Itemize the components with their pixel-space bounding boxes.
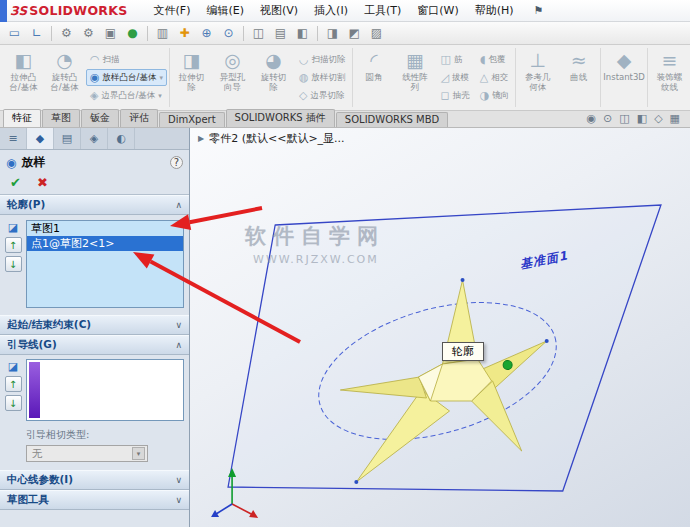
pin-icon[interactable]: ⚑ xyxy=(534,4,544,17)
zoom-in-icon[interactable]: ⊕ xyxy=(196,24,217,43)
print-icon[interactable]: ▤ xyxy=(270,24,291,43)
sweep-cut-button[interactable]: ◡ 扫描切除 xyxy=(295,51,350,68)
section-view-icon[interactable]: ◫ xyxy=(619,112,629,125)
chevron-down-icon[interactable]: ▾ xyxy=(132,447,145,460)
tab-features[interactable]: 特征 xyxy=(3,109,41,127)
help-icon[interactable]: ? xyxy=(170,156,183,169)
view-settings-icon[interactable]: ◧ xyxy=(292,24,313,43)
button-label: 包覆 xyxy=(488,54,505,66)
display-manager-tab[interactable]: ◐ xyxy=(108,128,135,149)
profile-point[interactable] xyxy=(503,361,512,370)
list-item-selected[interactable]: 点1@草图2<1> xyxy=(27,236,183,251)
menu-window[interactable]: 窗口(W) xyxy=(409,0,466,21)
button-label: 向导 xyxy=(224,82,241,92)
cosmetic-thread-button[interactable]: ≡ 装饰螺 纹线 xyxy=(649,46,690,109)
extrude-cut-button[interactable]: ◨ 拉伸切 除 xyxy=(171,46,212,109)
section-start-end-constraints[interactable]: 起始/结束约束(C) ∨ xyxy=(0,315,189,335)
zoom-icon[interactable]: ⊙ xyxy=(603,112,612,125)
section-profiles[interactable]: 轮廓(P) ∧ xyxy=(0,195,189,215)
display-style-icon[interactable]: ◨ xyxy=(322,24,343,43)
guide-move-up-button[interactable]: ↑ xyxy=(5,376,22,392)
up-arrow-icon: ↑ xyxy=(9,240,17,251)
evaluate-icon[interactable]: ▥ xyxy=(152,24,173,43)
list-item[interactable]: 草图1 xyxy=(27,221,183,236)
grid-icon[interactable]: ▦ xyxy=(670,112,680,125)
intersect-button[interactable]: △ 相交 xyxy=(476,69,514,86)
section-guide-curves[interactable]: 引导线(G) ∧ xyxy=(0,335,189,355)
gear-icon[interactable]: ⚙ xyxy=(56,24,77,43)
fillet-button[interactable]: ◜ 圆角 xyxy=(354,46,395,109)
dimxpert-tab[interactable]: ◈ xyxy=(81,128,108,149)
instant3d-button[interactable]: ◆ Instant3D xyxy=(602,46,646,109)
guide-curves-list[interactable] xyxy=(26,359,184,421)
profiles-list[interactable]: 草图1 点1@草图2<1> xyxy=(26,220,184,308)
section-centerline-parameters[interactable]: 中心线参数(I) ∨ xyxy=(0,470,189,490)
sketch-icon[interactable]: ▭ xyxy=(4,24,25,43)
curves-button[interactable]: ≈ 曲线 xyxy=(558,46,599,109)
button-label: 列 xyxy=(411,82,420,92)
breadcrumb-arrow-icon[interactable]: ▶ xyxy=(198,134,204,143)
texture-icon[interactable]: ▨ xyxy=(366,24,387,43)
breadcrumb[interactable]: ▶ 零件2 (默认<<默认>_显... xyxy=(198,131,345,146)
modify-group: ◖ 包覆 △ 相交 ◑ 镜向 xyxy=(475,46,515,109)
shell-button[interactable]: ◻ 抽壳 xyxy=(437,87,474,104)
draft-icon: ◿ xyxy=(441,71,449,84)
hole-wizard-button[interactable]: ◎ 异型孔 向导 xyxy=(212,46,253,109)
move-up-button[interactable]: ↑ xyxy=(5,237,22,253)
intersect-icon: △ xyxy=(480,71,488,84)
tab-evaluate[interactable]: 评估 xyxy=(120,109,158,127)
menu-edit[interactable]: 编辑(E) xyxy=(198,0,252,21)
tab-sw-mbd[interactable]: SOLIDWORKS MBD xyxy=(336,112,448,127)
graphics-area[interactable]: ▶ 零件2 (默认<<默认>_显... 软件自学网 WWW.RJZXW.COM … xyxy=(190,128,690,527)
guide-tangency-select[interactable]: 无 ▾ xyxy=(26,445,148,462)
publish-icon[interactable]: ● xyxy=(122,24,143,43)
revolve-boss-button[interactable]: ◔ 旋转凸 台/基体 xyxy=(44,46,85,109)
menu-view[interactable]: 视图(V) xyxy=(252,0,306,21)
section-view-icon[interactable]: ◫ xyxy=(248,24,269,43)
revolve-cut-button[interactable]: ◕ 旋转切 除 xyxy=(253,46,294,109)
boundary-cut-button[interactable]: ◇ 边界切除 xyxy=(295,87,350,104)
view-orientation-icon[interactable]: ◇ xyxy=(654,112,662,125)
draft-button[interactable]: ◿ 拔模 xyxy=(437,69,474,86)
loft-cut-button[interactable]: ◍ 放样切割 xyxy=(295,69,350,86)
menu-insert[interactable]: 插入(I) xyxy=(306,0,356,21)
rib-button[interactable]: ◫ 筋 xyxy=(437,51,474,68)
mirror-button[interactable]: ◑ 镜向 xyxy=(476,87,514,104)
loft-button[interactable]: ◉ 放样凸台/基体 ▾ xyxy=(86,69,167,86)
appearance-icon[interactable]: ◩ xyxy=(344,24,365,43)
menu-help[interactable]: 帮助(H) xyxy=(467,0,522,21)
loft-icon: ◉ xyxy=(90,71,100,84)
reference-geometry-button[interactable]: ⊥ 参考几 何体 xyxy=(517,46,558,109)
section-sketch-tools[interactable]: 草图工具 ∨ xyxy=(0,490,189,510)
tab-sheet-metal[interactable]: 钣金 xyxy=(81,109,119,127)
tab-dimxpert[interactable]: DimXpert xyxy=(159,112,225,127)
extrude-boss-button[interactable]: ◧ 拉伸凸 台/基体 xyxy=(3,46,44,109)
menu-file[interactable]: 文件(F) xyxy=(146,0,199,21)
display-style-icon[interactable]: ◧ xyxy=(637,112,647,125)
dimension-icon[interactable]: ∟ xyxy=(26,24,47,43)
wrap-button[interactable]: ◖ 包覆 xyxy=(476,51,514,68)
boundary-boss-button[interactable]: ◈ 边界凸台/基体 ▾ xyxy=(86,87,167,104)
linear-pattern-button[interactable]: ▦ 线性阵 列 xyxy=(395,46,436,109)
key-icon[interactable]: ◉ xyxy=(586,112,596,125)
gear-icon[interactable]: ⚙ xyxy=(78,24,99,43)
tab-sketch[interactable]: 草图 xyxy=(42,109,80,127)
feature-group: ◫ 筋 ◿ 拔模 ◻ 抽壳 xyxy=(436,46,475,109)
add-icon[interactable]: ✚ xyxy=(174,24,195,43)
extrude-cut-icon: ◨ xyxy=(182,48,200,72)
menu-tools[interactable]: 工具(T) xyxy=(356,0,409,21)
move-down-button[interactable]: ↓ xyxy=(5,256,22,272)
cancel-button[interactable]: ✖ xyxy=(37,175,48,190)
button-label: 异型孔 xyxy=(220,72,246,82)
model-icon[interactable]: ▣ xyxy=(100,24,121,43)
3d-scene[interactable] xyxy=(190,128,690,527)
sweep-button[interactable]: ◠ 扫描 xyxy=(86,51,167,68)
guide-move-down-button[interactable]: ↓ xyxy=(5,395,22,411)
configuration-manager-tab[interactable]: ▤ xyxy=(54,128,81,149)
property-manager-tab[interactable]: ◆ xyxy=(27,128,54,149)
feature-manager-tab[interactable]: ≡ xyxy=(0,128,27,149)
tab-sw-addins[interactable]: SOLIDWORKS 插件 xyxy=(226,109,335,127)
zoom-fit-icon[interactable]: ⊙ xyxy=(218,24,239,43)
ok-button[interactable]: ✔ xyxy=(10,175,21,190)
guide-curves-icon: ◪ xyxy=(8,360,18,373)
